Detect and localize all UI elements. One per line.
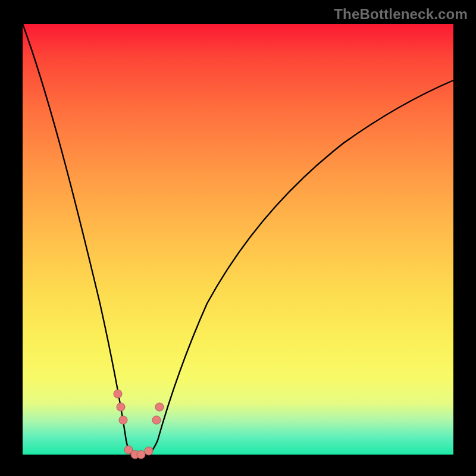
marker	[152, 416, 161, 424]
marker-group	[114, 390, 164, 459]
bottleneck-curve	[23, 24, 453, 455]
marker	[155, 403, 164, 411]
curve-layer	[23, 24, 453, 455]
marker	[137, 450, 145, 459]
marker	[145, 447, 153, 455]
watermark-text: TheBottleneck.com	[334, 6, 468, 23]
marker	[117, 403, 125, 411]
outer-frame: TheBottleneck.com	[0, 0, 476, 476]
marker	[114, 390, 122, 398]
marker	[119, 416, 127, 424]
